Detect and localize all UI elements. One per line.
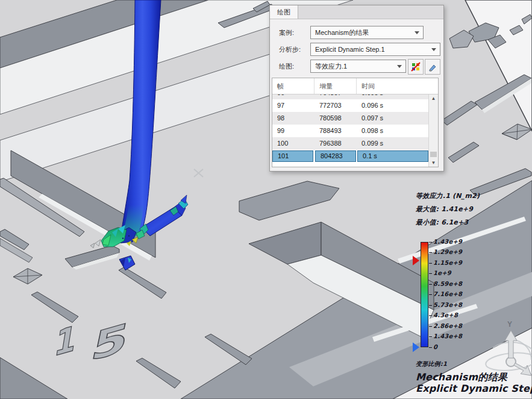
- cell-frame: 101: [272, 150, 313, 162]
- max-marker-icon: [413, 256, 419, 265]
- cell-time: 0.1 s: [357, 150, 428, 162]
- scale-label: 5.73e+8: [433, 302, 462, 308]
- scale-tick: [429, 263, 432, 264]
- table-row[interactable]: 100 796388 0.099 s: [272, 137, 429, 150]
- cell-time: 0.096 s: [357, 99, 429, 112]
- scale-tick: [429, 326, 432, 327]
- plot-select-value: 等效应力.1: [315, 63, 347, 70]
- table-row[interactable]: 97 772703 0.096 s: [272, 99, 429, 112]
- chevron-down-icon: [415, 31, 419, 34]
- case-select-value: Mechanism的结果: [315, 29, 369, 36]
- symbol-colors-icon: [411, 62, 421, 72]
- cell-time: 0.097 s: [357, 112, 429, 125]
- edit-plot-button[interactable]: [425, 59, 440, 75]
- column-frame: 帧: [272, 78, 315, 94]
- scroll-down-icon[interactable]: ▼: [429, 159, 438, 167]
- frames-table: 帧 增量 时间 96 764807 0.095 s 97 772703 0.09…: [272, 78, 439, 167]
- tab-plot[interactable]: 绘图: [270, 5, 298, 19]
- step-label: 分析步:: [279, 43, 301, 56]
- symbol-colors-button[interactable]: [408, 59, 424, 75]
- legend-max-value: 最大值: 1.41e+9: [416, 205, 473, 214]
- chevron-down-icon: [397, 65, 402, 68]
- scale-tick: [429, 273, 432, 274]
- scale-label: 1.15e+9: [433, 259, 462, 266]
- cell-frame: 98: [272, 112, 315, 125]
- cell-time: 0.099 s: [357, 137, 429, 150]
- color-scale-bar: [421, 242, 428, 347]
- plot-select[interactable]: 等效应力.1: [310, 60, 406, 73]
- cell-frame: 99: [272, 125, 315, 137]
- chevron-down-icon: [431, 48, 436, 51]
- cell-increment: 764807: [315, 94, 357, 99]
- table-row[interactable]: 98 780598 0.097 s: [272, 112, 429, 125]
- cell-frame: 100: [272, 137, 315, 150]
- cell-increment: 804283: [315, 150, 356, 162]
- step-select-value: Explicit Dynamic Step.1: [315, 46, 385, 53]
- scale-label: 4.3e+8: [433, 312, 458, 318]
- column-increment: 增量: [315, 78, 357, 94]
- scale-label: 8.59e+8: [433, 280, 462, 287]
- scrollbar-thumb[interactable]: [430, 152, 437, 157]
- scale-label: 1.43e+8: [433, 333, 462, 339]
- scale-label: 2.86e+8: [433, 323, 462, 329]
- scroll-up-icon[interactable]: ▲: [429, 94, 438, 102]
- cell-frame: 97: [272, 99, 315, 112]
- scale-label: 1e+9: [433, 270, 451, 276]
- cell-increment: 796388: [315, 137, 357, 150]
- scale-tick: [429, 284, 432, 285]
- scale-tick: [429, 252, 432, 253]
- scale-label: 1.29e+9: [433, 249, 462, 255]
- column-time: 时间: [357, 78, 429, 94]
- legend-title: 等效应力.1 (N_m2): [416, 191, 480, 200]
- cell-increment: 788493: [315, 125, 357, 137]
- edit-pencil-icon: [428, 62, 437, 72]
- scale-label: 1.43e+9: [433, 238, 462, 245]
- case-label: 案例:: [279, 26, 294, 39]
- step-select[interactable]: Explicit Dynamic Step.1: [310, 43, 440, 56]
- table-header: 帧 增量 时间: [272, 78, 438, 94]
- deformation-scale-note: 变形比例:1: [416, 360, 447, 368]
- scale-tick: [429, 305, 432, 306]
- scale-tick: [429, 294, 432, 295]
- frame-info-note: Explicit Dynamic Step.1/帧 38 (0.037 s): [416, 383, 532, 395]
- table-row-selected[interactable]: 101 804283 0.1 s: [272, 150, 429, 162]
- application-window: 1 5: [0, 0, 532, 399]
- scale-tick: [429, 242, 432, 243]
- min-marker-icon: [413, 342, 419, 352]
- scale-tick: [429, 336, 432, 337]
- cell-increment: 772703: [315, 99, 357, 112]
- result-case-note: Mechanism的结果: [416, 371, 507, 384]
- cell-frame: 96: [272, 94, 315, 99]
- cell-time: 0.095 s: [357, 94, 429, 99]
- triad-y-label: Y: [507, 320, 512, 329]
- scale-tick: [429, 315, 432, 316]
- cell-increment: 780598: [315, 112, 357, 125]
- table-row[interactable]: 99 788493 0.098 s: [272, 125, 429, 137]
- table-scrollbar[interactable]: ▲ ▼: [428, 94, 438, 167]
- cell-time: 0.098 s: [357, 125, 429, 137]
- dialog-tabstrip: 绘图: [270, 5, 443, 19]
- case-select[interactable]: Mechanism的结果: [310, 26, 424, 39]
- scale-label: 0: [433, 344, 437, 350]
- scale-label: 7.16e+8: [433, 291, 462, 297]
- plot-label: 绘图:: [279, 60, 294, 73]
- table-body: 96 764807 0.095 s 97 772703 0.096 s 98 7…: [272, 94, 429, 167]
- table-row-clipped[interactable]: 96 764807 0.095 s: [272, 94, 429, 99]
- plot-dialog: 绘图 案例: Mechanism的结果 分析步: Explicit Dynami…: [269, 5, 444, 172]
- legend-min-value: 最小值: 6.1e+3: [416, 218, 468, 227]
- scale-tick: [429, 347, 432, 348]
